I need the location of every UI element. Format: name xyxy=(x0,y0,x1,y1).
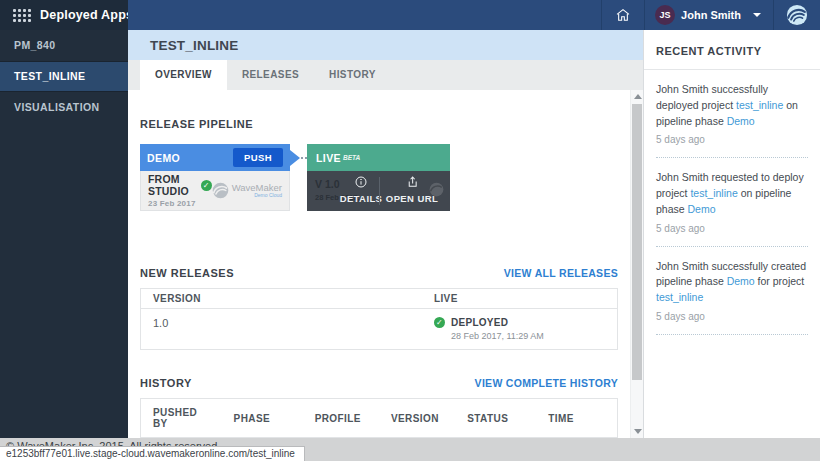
check-icon: ✓ xyxy=(201,180,212,191)
column-header-pushed-by: PUSHED BY xyxy=(141,399,222,438)
live-phase-card: LIVEBETA V 1.0 28 Feb 2017, xyxy=(307,144,450,211)
history-heading: HISTORY xyxy=(140,377,192,389)
new-releases-header: NEW RELEASES VIEW ALL RELEASES xyxy=(140,267,618,279)
top-bar: Deployed Apps JS John Smith xyxy=(0,0,820,30)
activity-item: John Smith successfully created pipeline… xyxy=(656,247,808,322)
activity-timestamp: 5 days ago xyxy=(656,223,808,234)
apps-grid-icon[interactable] xyxy=(13,9,31,22)
column-header-version: VERSION xyxy=(141,289,422,309)
phase-link[interactable]: Demo xyxy=(727,275,755,287)
from-studio-label: FROM STUDIO xyxy=(148,173,197,197)
beta-tag: BETA xyxy=(343,154,360,161)
new-releases-table: VERSION LIVE 1.0 ✓ DEPLOYED 28 Feb 2017,… xyxy=(140,288,618,350)
home-button[interactable] xyxy=(602,0,644,30)
live-phase-name: LIVE xyxy=(316,152,341,164)
wavemaker-watermark: WaveMaker Demo Cloud xyxy=(212,182,282,199)
demo-phase-name: DEMO xyxy=(147,152,180,164)
chevron-down-icon xyxy=(753,13,761,17)
push-button[interactable]: PUSH xyxy=(233,148,283,167)
avatar: JS xyxy=(655,5,675,25)
table-row: 1.0 ✓ DEPLOYED 28 Feb 2017, 11:29 AM xyxy=(141,309,618,350)
main-area: TEST_INLINE OVERVIEW RELEASES HISTORY RE… xyxy=(128,30,643,438)
activity-divider xyxy=(656,334,808,335)
home-icon xyxy=(615,7,631,23)
history-table: PUSHED BY PHASE PROFILE VERSION STATUS T… xyxy=(140,398,618,438)
wavemaker-brand-subtext: Demo Cloud xyxy=(232,193,282,198)
column-header-profile: PROFILE xyxy=(303,399,379,438)
demo-date: 23 Feb 2017 xyxy=(148,199,212,208)
view-all-releases-link[interactable]: VIEW ALL RELEASES xyxy=(504,267,618,279)
recent-activity-heading: RECENT ACTIVITY xyxy=(656,45,808,57)
sidebar-item-test-inline[interactable]: TEST_INLINE xyxy=(0,61,128,92)
project-link[interactable]: test_inline xyxy=(736,99,783,111)
page-footer: © WaveMaker Inc. 2015. All rights reserv… xyxy=(0,438,820,461)
page-header-band: TEST_INLINE xyxy=(128,30,643,60)
project-link[interactable]: test_inline xyxy=(656,291,703,303)
vertical-scrollbar[interactable] xyxy=(630,90,643,438)
activity-item: John Smith requested to deploy project t… xyxy=(656,158,808,233)
activity-text: John Smith requested to deploy project t… xyxy=(656,170,808,217)
activity-text: John Smith successfully created pipeline… xyxy=(656,259,808,306)
user-menu[interactable]: JS John Smith xyxy=(645,0,773,30)
deployed-time: 28 Feb 2017, 11:29 AM xyxy=(451,331,544,341)
release-version-cell: 1.0 xyxy=(141,309,422,350)
recent-activity-panel: RECENT ACTIVITY John Smith successfully … xyxy=(643,30,820,438)
app-title: Deployed Apps xyxy=(40,8,133,22)
phase-link[interactable]: Demo xyxy=(688,203,716,215)
activity-item: John Smith successfully deployed project… xyxy=(656,70,808,145)
activity-text: John Smith successfully deployed project… xyxy=(656,82,808,129)
release-pipeline: DEMO PUSH FROM STUDIO ✓ 23 Feb 2017 xyxy=(140,144,618,211)
wavemaker-wave-icon xyxy=(212,182,229,199)
activity-timestamp: 5 days ago xyxy=(656,134,808,145)
check-icon: ✓ xyxy=(434,317,445,328)
user-name: John Smith xyxy=(681,9,741,21)
release-live-cell: ✓ DEPLOYED 28 Feb 2017, 11:29 AM xyxy=(422,309,618,350)
open-url-button[interactable]: OPEN URL xyxy=(380,174,444,204)
live-card-header: LIVEBETA xyxy=(307,144,450,171)
project-link[interactable]: test_inline xyxy=(690,187,737,199)
column-header-live: LIVE xyxy=(422,289,618,309)
brand-area: Deployed Apps xyxy=(0,0,128,30)
tab-overview[interactable]: OVERVIEW xyxy=(140,60,227,90)
demo-card-body: FROM STUDIO ✓ 23 Feb 2017 WaveMaker xyxy=(140,171,290,211)
top-bar-right: JS John Smith xyxy=(128,0,820,30)
browser-status-url: e1253bff77e01.live.stage-cloud.wavemaker… xyxy=(0,446,305,461)
scroll-up-arrow-icon[interactable] xyxy=(634,94,642,99)
demo-phase-card: DEMO PUSH FROM STUDIO ✓ 23 Feb 2017 xyxy=(140,144,290,211)
tab-history[interactable]: HISTORY xyxy=(314,60,391,90)
pipeline-arrow xyxy=(290,150,300,166)
tab-releases[interactable]: RELEASES xyxy=(227,60,314,90)
info-icon xyxy=(355,176,367,188)
column-header-time: TIME xyxy=(536,399,617,438)
sidebar: PM_840 TEST_INLINE VISUALISATION xyxy=(0,30,128,438)
deployed-status: DEPLOYED xyxy=(451,317,544,328)
wavemaker-brand-text: WaveMaker xyxy=(232,183,282,193)
tab-bar: OVERVIEW RELEASES HISTORY xyxy=(128,60,643,90)
column-header-status: STATUS xyxy=(455,399,536,438)
demo-card-header: DEMO PUSH xyxy=(140,144,290,171)
wavemaker-logo-button[interactable] xyxy=(774,0,820,30)
sidebar-item-pm-840[interactable]: PM_840 xyxy=(0,30,128,61)
wavemaker-wave-icon xyxy=(786,4,808,26)
scrollbar-thumb[interactable] xyxy=(632,104,642,380)
sidebar-item-visualisation[interactable]: VISUALISATION xyxy=(0,92,128,123)
open-external-icon xyxy=(406,176,418,188)
live-card-body: V 1.0 28 Feb 2017, DETAILS xyxy=(307,171,450,211)
release-pipeline-heading: RELEASE PIPELINE xyxy=(140,118,618,130)
activity-timestamp: 5 days ago xyxy=(656,311,808,322)
new-releases-heading: NEW RELEASES xyxy=(140,267,234,279)
overview-content: RELEASE PIPELINE DEMO PUSH FROM STUDIO ✓… xyxy=(128,90,630,438)
scroll-down-arrow-icon[interactable] xyxy=(634,429,642,434)
column-header-version: VERSION xyxy=(379,399,455,438)
page-title: TEST_INLINE xyxy=(150,38,238,53)
phase-link[interactable]: Demo xyxy=(727,115,755,127)
column-header-phase: PHASE xyxy=(222,399,303,438)
view-complete-history-link[interactable]: VIEW COMPLETE HISTORY xyxy=(475,377,618,389)
history-header: HISTORY VIEW COMPLETE HISTORY xyxy=(140,377,618,389)
